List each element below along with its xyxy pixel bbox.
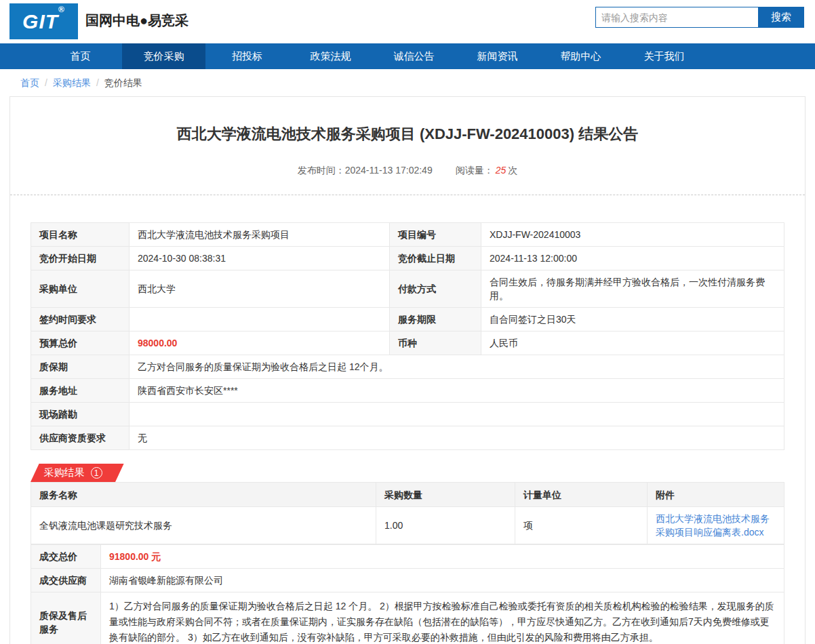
field-value: 2024-10-30 08:38:31 — [130, 247, 390, 270]
attachment-download-link[interactable]: 西北大学液流电池技术服务采购项目响应偏离表.docx — [656, 513, 770, 538]
publish-time-value: 2024-11-13 17:02:49 — [345, 165, 433, 176]
result-badge: 采购结果 1 — [31, 464, 115, 482]
field-value: 2024-11-13 12:00:00 — [481, 247, 784, 270]
result-badge-label: 采购结果 — [44, 466, 85, 479]
field-label: 服务期限 — [390, 308, 481, 331]
field-label: 竞价开始日期 — [31, 247, 130, 270]
field-label: 成交供应商 — [31, 569, 101, 592]
field-value: 西北大学 — [130, 270, 390, 308]
nav-item-bidding-purchase[interactable]: 竞价采购 — [122, 43, 205, 69]
nav-item-integrity-notices[interactable]: 诚信公告 — [372, 43, 456, 69]
attachment-cell: 西北大学液流电池技术服务采购项目响应偏离表.docx — [648, 507, 784, 544]
table-row: 供应商资质要求 无 — [31, 426, 784, 450]
field-label: 质保及售后服务 — [31, 592, 101, 644]
table-row: 成交总价 91800.00 元 — [31, 545, 784, 569]
field-value: 西北大学液流电池技术服务采购项目 — [130, 223, 390, 247]
views-unit: 次 — [508, 165, 517, 176]
field-label: 预算总价 — [31, 331, 130, 355]
field-label: 成交总价 — [31, 545, 101, 569]
field-value: XDJJ-FW-202410003 — [481, 223, 784, 247]
table-row: 现场踏勘 — [31, 403, 784, 426]
nav-item-tendering[interactable]: 招投标 — [205, 43, 289, 69]
dashed-divider — [10, 195, 805, 195]
article-meta: 发布时间：2024-11-13 17:02:49阅读量：25次 — [31, 165, 784, 177]
column-header-service-name: 服务名称 — [31, 483, 376, 507]
breadcrumb-separator: / — [96, 77, 99, 88]
publish-time-label: 发布时间： — [298, 165, 345, 176]
views-label: 阅读量： — [456, 165, 494, 176]
nav-item-help-center[interactable]: 帮助中心 — [539, 43, 622, 69]
field-value: 陕西省西安市长安区**** — [130, 379, 784, 403]
field-label: 币种 — [390, 331, 481, 355]
field-label: 竞价截止日期 — [390, 247, 481, 270]
table-row: 质保期 乙方对合同服务的质量保证期为验收合格后之日起 12个月。 — [31, 355, 784, 379]
table-row: 服务地址 陕西省西安市长安区**** — [31, 379, 784, 403]
table-row: 成交供应商 湖南省银峰新能源有限公司 — [31, 569, 784, 592]
unit-cell: 项 — [515, 507, 648, 544]
table-row: 签约时间要求 服务期限 自合同签订之日30天 — [31, 308, 784, 331]
nav-item-policies[interactable]: 政策法规 — [289, 43, 372, 69]
procurement-result-section-header: 采购结果 1 — [31, 464, 132, 482]
winning-supplier-value: 湖南省银峰新能源有限公司 — [101, 569, 784, 592]
nav-item-news[interactable]: 新闻资讯 — [456, 43, 539, 69]
field-label: 现场踏勘 — [31, 403, 130, 426]
field-label: 质保期 — [31, 355, 130, 379]
search-bar: 搜索 — [595, 7, 804, 28]
field-value: 合同生效后，待服务期满并经甲方验收合格后，一次性付清服务费用。 — [481, 270, 784, 308]
main-nav: 首页 竞价采购 招投标 政策法规 诚信公告 新闻资讯 帮助中心 关于我们 — [0, 43, 815, 69]
breadcrumb-current: 竞价结果 — [104, 77, 142, 88]
breadcrumb-section-link[interactable]: 采购结果 — [53, 77, 91, 88]
top-header: GIT® 国网中电●易竞采 搜索 — [0, 0, 815, 43]
column-header-unit: 计量单位 — [515, 483, 648, 507]
logo-text: GIT® — [22, 10, 65, 33]
registered-mark-icon: ® — [58, 5, 65, 14]
project-detail-table: 项目名称 西北大学液流电池技术服务采购项目 项目编号 XDJJ-FW-20241… — [31, 222, 784, 450]
field-label: 付款方式 — [390, 270, 481, 308]
views-count: 25 — [496, 165, 506, 176]
field-value — [130, 308, 390, 331]
breadcrumb: 首页/采购结果/竞价结果 — [0, 69, 815, 96]
deal-summary-table: 成交总价 91800.00 元 成交供应商 湖南省银峰新能源有限公司 质保及售后… — [31, 544, 784, 644]
service-name-cell: 全钒液流电池课题研究技术服务 — [31, 507, 376, 544]
search-button[interactable]: 搜索 — [758, 7, 804, 28]
field-value: 人民币 — [481, 331, 784, 355]
search-input[interactable] — [595, 7, 758, 28]
warranty-service-value: 1）乙方对合同服务的质量保证期为验收合格后之日起 12 个月。 2）根据甲方按检… — [101, 592, 784, 644]
result-badge-number: 1 — [91, 467, 102, 479]
page-title: 西北大学液流电池技术服务采购项目 (XDJJ-FW-202410003) 结果公… — [31, 124, 784, 144]
table-row: 质保及售后服务 1）乙方对合同服务的质量保证期为验收合格后之日起 12 个月。 … — [31, 592, 784, 644]
field-value — [130, 403, 784, 426]
budget-total-value: 98000.00 — [130, 331, 390, 355]
field-label: 项目名称 — [31, 223, 130, 247]
field-value: 乙方对合同服务的质量保证期为验收合格后之日起 12个月。 — [130, 355, 784, 379]
breadcrumb-home-link[interactable]: 首页 — [20, 77, 39, 88]
field-label: 签约时间要求 — [31, 308, 130, 331]
field-label: 项目编号 — [390, 223, 481, 247]
field-label: 采购单位 — [31, 270, 130, 308]
table-row: 预算总价 98000.00 币种 人民币 — [31, 331, 784, 355]
table-row: 项目名称 西北大学液流电池技术服务采购项目 项目编号 XDJJ-FW-20241… — [31, 223, 784, 247]
breadcrumb-separator: / — [45, 77, 47, 88]
quantity-cell: 1.00 — [376, 507, 515, 544]
table-header-row: 服务名称 采购数量 计量单位 附件 — [31, 483, 784, 507]
table-row: 采购单位 西北大学 付款方式 合同生效后，待服务期满并经甲方验收合格后，一次性付… — [31, 270, 784, 308]
nav-item-home[interactable]: 首页 — [39, 43, 122, 69]
column-header-quantity: 采购数量 — [376, 483, 515, 507]
site-title: 国网中电●易竞采 — [85, 12, 188, 30]
content-card: 西北大学液流电池技术服务采购项目 (XDJJ-FW-202410003) 结果公… — [9, 96, 806, 644]
deal-total-price-value: 91800.00 元 — [101, 545, 784, 569]
field-value: 无 — [130, 426, 784, 450]
field-label: 服务地址 — [31, 379, 130, 403]
field-label: 供应商资质要求 — [31, 426, 130, 450]
table-row: 全钒液流电池课题研究技术服务 1.00 项 西北大学液流电池技术服务采购项目响应… — [31, 507, 784, 544]
field-value: 自合同签订之日30天 — [481, 308, 784, 331]
column-header-attachment: 附件 — [648, 483, 784, 507]
nav-item-about-us[interactable]: 关于我们 — [622, 43, 706, 69]
site-logo[interactable]: GIT® — [9, 3, 78, 39]
table-row: 竞价开始日期 2024-10-30 08:38:31 竞价截止日期 2024-1… — [31, 247, 784, 270]
result-table: 服务名称 采购数量 计量单位 附件 全钒液流电池课题研究技术服务 1.00 项 … — [31, 482, 784, 544]
